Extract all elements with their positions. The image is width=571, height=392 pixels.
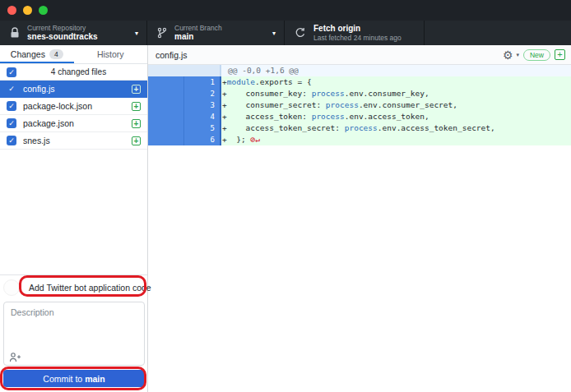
current-repository-label: Current Repository <box>27 24 98 32</box>
changed-files-header: ✓ 4 changed files <box>0 64 147 81</box>
changed-files-label: 4 changed files <box>16 67 141 76</box>
file-checkbox[interactable]: ✓ <box>7 101 16 111</box>
commit-button-branch: main <box>85 374 105 384</box>
add-coauthor-button[interactable] <box>9 352 21 362</box>
file-name: package.json <box>23 118 125 128</box>
gutter-new[interactable]: 6 <box>184 134 221 145</box>
file-row[interactable]: ✓snes.js+ <box>0 132 147 150</box>
file-row[interactable]: ✓package-lock.json+ <box>0 98 147 115</box>
tab-changes-label: Changes <box>11 49 45 59</box>
gutter-old[interactable] <box>148 111 184 122</box>
current-branch-dropdown[interactable]: Current Branch main ▾ <box>147 21 285 45</box>
status-added-icon: + <box>132 85 141 94</box>
new-file-badge: New <box>523 49 550 61</box>
current-repository-value: snes-soundtracks <box>27 32 98 42</box>
diff-lines: 1+module.exports = {2+ consumer_key: pro… <box>148 76 571 145</box>
commit-description-input[interactable]: Description <box>3 302 145 366</box>
file-row[interactable]: ✓package.json+ <box>0 115 147 132</box>
changes-sidebar: Changes 4 History ✓ 4 changed files ✓con… <box>0 45 148 392</box>
branch-icon <box>157 27 167 39</box>
no-newline-icon: ⊘↵ <box>246 135 260 144</box>
commit-button-text: Commit to <box>43 374 82 384</box>
status-added-icon: + <box>132 119 141 128</box>
diff-code: + }; ⊘↵ <box>221 134 571 145</box>
file-list: ✓config.js+✓package-lock.json+✓package.j… <box>0 81 147 150</box>
diff-code: + consumer_key: process.env.consumer_key… <box>221 88 571 99</box>
toolbar: Current Repository snes-soundtracks ▾ Cu… <box>0 21 571 45</box>
fetch-origin-label: Fetch origin <box>313 24 402 34</box>
hunk-gutter <box>148 65 221 76</box>
chevron-down-icon[interactable]: ▾ <box>516 52 519 58</box>
tab-history[interactable]: History <box>74 45 148 63</box>
status-added-icon: + <box>132 102 141 111</box>
sync-icon <box>295 27 306 39</box>
title-bar <box>0 0 571 21</box>
select-all-checkbox[interactable]: ✓ <box>7 67 16 77</box>
sidebar-spacer <box>0 150 147 274</box>
hunk-header-text: @@ -0,0 +1,6 @@ <box>221 65 571 76</box>
tab-changes[interactable]: Changes 4 <box>0 45 74 63</box>
hunk-header-row: @@ -0,0 +1,6 @@ <box>148 65 571 76</box>
description-placeholder: Description <box>4 302 144 322</box>
file-row[interactable]: ✓config.js+ <box>0 81 147 98</box>
diff-file-header: config.js ⚙ ▾ New + <box>148 45 571 65</box>
gutter-new[interactable]: 5 <box>184 122 221 134</box>
gutter-new[interactable]: 4 <box>184 111 221 122</box>
diff-code: + access_token_secret: process.env.acces… <box>221 122 571 134</box>
chevron-down-icon: ▾ <box>272 30 276 37</box>
gutter-new[interactable]: 3 <box>184 99 221 111</box>
current-repository-dropdown[interactable]: Current Repository snes-soundtracks ▾ <box>0 21 147 45</box>
gutter-old[interactable] <box>148 76 184 88</box>
close-button[interactable] <box>7 6 16 15</box>
file-name: snes.js <box>23 136 125 145</box>
diff-line[interactable]: 4+ access_token: process.env.access_toke… <box>148 111 571 122</box>
gutter-old[interactable] <box>148 99 184 111</box>
gutter-old[interactable] <box>148 122 184 134</box>
diff-code: +module.exports = { <box>221 76 571 88</box>
diff-pane: config.js ⚙ ▾ New + @@ -0,0 +1,6 @@ 1+mo… <box>148 45 571 392</box>
status-added-icon: + <box>132 136 141 145</box>
person-add-icon <box>9 352 21 362</box>
fetch-origin-button[interactable]: Fetch origin Last fetched 24 minutes ago <box>285 21 425 45</box>
avatar <box>3 279 20 296</box>
commit-button[interactable]: Commit to main <box>3 370 145 387</box>
file-checkbox[interactable]: ✓ <box>7 136 16 145</box>
app-window: Current Repository snes-soundtracks ▾ Cu… <box>0 0 571 392</box>
tab-history-label: History <box>97 49 124 59</box>
diff-code: + access_token: process.env.access_token… <box>221 111 571 122</box>
fetch-origin-sublabel: Last fetched 24 minutes ago <box>313 34 402 43</box>
file-name: package-lock.json <box>23 101 125 111</box>
expand-plus-icon[interactable]: + <box>555 49 565 60</box>
diff-line[interactable]: 1+module.exports = { <box>148 76 571 88</box>
changes-count-badge: 4 <box>49 49 63 59</box>
diff-line[interactable]: 5+ access_token_secret: process.env.acce… <box>148 122 571 134</box>
diff-code: + consumer_secret: process.env.consumer_… <box>221 99 571 111</box>
current-branch-label: Current Branch <box>174 24 222 32</box>
file-checkbox[interactable]: ✓ <box>7 118 16 128</box>
diff-line[interactable]: 3+ consumer_secret: process.env.consumer… <box>148 99 571 111</box>
diff-line[interactable]: 2+ consumer_key: process.env.consumer_ke… <box>148 88 571 99</box>
zoom-button[interactable] <box>39 6 48 15</box>
file-name: config.js <box>23 84 125 94</box>
gutter-new[interactable]: 1 <box>184 76 221 88</box>
gutter-old[interactable] <box>148 134 184 145</box>
gear-icon[interactable]: ⚙ <box>503 49 513 61</box>
chevron-down-icon: ▾ <box>135 30 138 37</box>
minimize-button[interactable] <box>23 6 32 15</box>
diff-body: @@ -0,0 +1,6 @@ 1+module.exports = {2+ c… <box>148 65 571 392</box>
gutter-new[interactable]: 2 <box>184 88 221 99</box>
commit-form: Add Twitter bot application code Descrip… <box>0 274 147 392</box>
lock-icon <box>10 27 20 39</box>
file-checkbox[interactable]: ✓ <box>7 84 16 94</box>
commit-summary-input[interactable]: Add Twitter bot application code <box>20 283 151 293</box>
current-branch-value: main <box>174 32 222 42</box>
sidebar-tabs: Changes 4 History <box>0 45 147 64</box>
gutter-old[interactable] <box>148 88 184 99</box>
diff-line[interactable]: 6+ }; ⊘↵ <box>148 134 571 145</box>
diff-filename: config.js <box>156 50 188 60</box>
